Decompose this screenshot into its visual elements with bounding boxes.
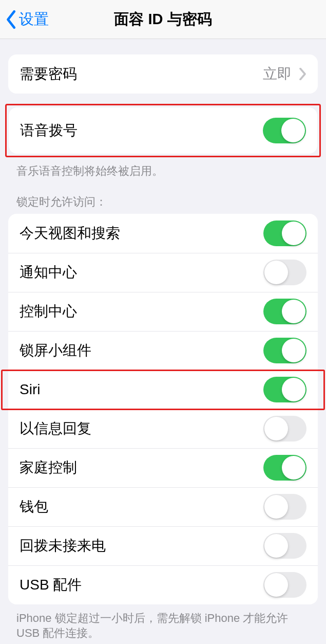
toggle-notification-center[interactable] (263, 260, 306, 285)
lock-access-footer: iPhone 锁定超过一小时后，需先解锁 iPhone 才能允许USB 配件连接… (16, 611, 310, 641)
row-voice-dial: 语音拨号 (9, 107, 317, 154)
today-view-label: 今天视图和搜索 (20, 224, 120, 243)
voice-dial-footer: 音乐语音控制将始终被启用。 (16, 163, 310, 179)
require-passcode-label: 需要密码 (20, 64, 77, 84)
chevron-left-icon (6, 10, 17, 29)
row-wallet: 钱包 (8, 487, 318, 526)
row-home-control: 家庭控制 (8, 448, 318, 487)
toggle-usb-accessories[interactable] (263, 572, 306, 598)
navbar: 设置 面容 ID 与密码 (0, 0, 326, 39)
page-title: 面容 ID 与密码 (0, 9, 326, 30)
require-passcode-value-text: 立即 (263, 64, 292, 84)
row-return-missed-calls: 回拨未接来电 (8, 526, 318, 565)
toggle-home-control[interactable] (263, 455, 306, 481)
toggle-wallet[interactable] (263, 494, 306, 520)
row-today-view: 今天视图和搜索 (8, 214, 318, 253)
row-notification-center: 通知中心 (8, 253, 318, 292)
group-require-passcode: 需要密码 立即 (8, 54, 318, 94)
group-voice-dial: 语音拨号 (9, 107, 317, 154)
toggle-today-view[interactable] (263, 220, 306, 246)
usb-accessories-label: USB 配件 (20, 575, 82, 595)
toggle-voice-dial[interactable] (263, 118, 306, 143)
row-usb-accessories: USB 配件 (8, 565, 318, 604)
toggle-siri[interactable] (263, 377, 306, 402)
row-lock-screen-widgets: 锁屏小组件 (8, 331, 318, 370)
voice-dial-label: 语音拨号 (20, 121, 78, 140)
control-center-label: 控制中心 (20, 302, 77, 321)
back-label: 设置 (19, 9, 49, 30)
siri-label: Siri (20, 381, 40, 398)
toggle-lock-screen-widgets[interactable] (263, 338, 306, 363)
reply-with-message-label: 以信息回复 (20, 419, 91, 438)
highlight-voice-dial: 语音拨号 (5, 104, 321, 157)
toggle-reply-with-message[interactable] (263, 416, 306, 441)
chevron-right-icon (299, 68, 306, 80)
row-siri: Siri (8, 370, 318, 409)
toggle-return-missed-calls[interactable] (263, 533, 306, 559)
notification-center-label: 通知中心 (20, 263, 77, 282)
back-button[interactable]: 设置 (0, 9, 49, 30)
lock-access-header: 锁定时允许访问： (16, 194, 310, 210)
lock-screen-widgets-label: 锁屏小组件 (20, 341, 91, 360)
row-control-center: 控制中心 (8, 292, 318, 331)
wallet-label: 钱包 (20, 497, 48, 517)
require-passcode-value: 立即 (263, 64, 306, 84)
home-control-label: 家庭控制 (20, 458, 77, 477)
toggle-control-center[interactable] (263, 299, 306, 324)
return-missed-calls-label: 回拨未接来电 (20, 536, 106, 556)
row-reply-with-message: 以信息回复 (8, 409, 318, 448)
group-lock-access: 今天视图和搜索 通知中心 控制中心 锁屏小组件 Siri 以信息回复 家庭控制 (8, 214, 318, 604)
row-require-passcode[interactable]: 需要密码 立即 (8, 54, 318, 94)
